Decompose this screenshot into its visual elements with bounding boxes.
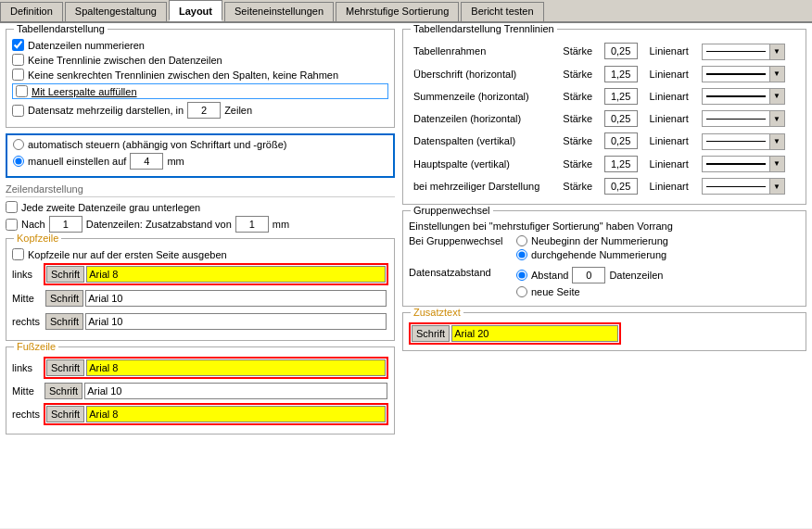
label-datenzeilen2: Datenzeilen <box>609 270 663 281</box>
zusatz-font-input[interactable] <box>451 325 618 342</box>
fuss-rechts-schrift-btn[interactable]: Schrift <box>46 406 84 422</box>
check-keine-senkrecht[interactable] <box>12 69 24 81</box>
check-leerspalte[interactable] <box>16 85 28 97</box>
dropdown-arrow-1[interactable]: ▼ <box>769 67 784 82</box>
zusatz-schrift-btn[interactable]: Schrift <box>412 325 450 342</box>
label-neubeginn: Neubeginn der Nummerierung <box>531 235 668 246</box>
fuss-links-schrift-btn[interactable]: Schrift <box>46 359 84 376</box>
fuss-links-row: links Schrift <box>12 357 388 379</box>
row-abstand: Abstand Datenzeilen <box>516 267 663 283</box>
tab-mehrstufige-sortierung[interactable]: Mehrstufige Sortierung <box>336 2 459 21</box>
staerke-label-2: Stärke <box>560 86 599 107</box>
abstand-input[interactable] <box>572 267 605 283</box>
row-nach: Nach Datenzeilen: Zusatzabstand von mm <box>6 216 395 233</box>
table-row: Summenzeile (horizontal) Stärke Linienar… <box>411 86 798 107</box>
manuell-input[interactable] <box>130 153 163 170</box>
kopf-rechts-schrift-btn[interactable]: Schrift <box>45 313 83 330</box>
kopf-mitte-schrift-btn[interactable]: Schrift <box>45 290 83 307</box>
kopf-links-schrift-btn[interactable]: Schrift <box>46 266 84 283</box>
kopf-rechts-font-input[interactable] <box>85 313 387 330</box>
check-grau[interactable] <box>6 201 18 213</box>
staerke-label-4: Stärke <box>560 131 599 152</box>
kopfzeile-title: Kopfzeile <box>14 233 61 244</box>
staerke-input-1[interactable] <box>604 66 638 82</box>
row-auto: automatisch steuern (abhängig von Schrif… <box>13 139 387 150</box>
dropdown-arrow-5[interactable]: ▼ <box>769 157 784 171</box>
linienart-select-3[interactable]: ▼ <box>702 110 785 127</box>
linienart-select-4[interactable]: ▼ <box>702 133 785 150</box>
abstand-radios: Abstand Datenzeilen neue Seite <box>516 267 663 300</box>
table-row: Tabellenrahmen Stärke Linienart ▼ <box>411 41 798 62</box>
staerke-input-2[interactable] <box>604 88 638 105</box>
label-auto: automatisch steuern (abhängig von Schrif… <box>28 139 286 150</box>
linienart-label-3: Linienart <box>647 108 697 130</box>
tab-layout[interactable]: Layout <box>169 0 222 21</box>
radio-auto[interactable] <box>13 139 24 150</box>
dropdown-arrow-6[interactable]: ▼ <box>769 179 784 194</box>
trennlinien-label-3: Datenzeilen (horizontal) <box>411 108 558 130</box>
row-nummerieren: Datenzeilen nummerieren <box>12 39 388 51</box>
trennlinien-label-4: Datenspalten (vertikal) <box>411 131 558 152</box>
dropdown-arrow-3[interactable]: ▼ <box>769 111 784 126</box>
row-mehrzeilig: Datensatz mehrzeilig darstellen, in Zeil… <box>12 102 388 119</box>
fuss-mitte-row: Mitte Schrift <box>12 382 388 400</box>
staerke-label-3: Stärke <box>560 108 599 130</box>
dropdown-arrow-0[interactable]: ▼ <box>769 44 784 59</box>
kopf-rechts-container: Schrift <box>44 311 388 332</box>
staerke-input-3[interactable] <box>604 110 638 127</box>
mehrzeilig-input[interactable] <box>187 102 221 119</box>
zusatztext-group: Zusatztext Schrift <box>402 312 806 351</box>
zusatztext-title: Zusatztext <box>411 307 463 318</box>
check-nummerieren[interactable] <box>12 39 24 51</box>
dropdown-arrow-2[interactable]: ▼ <box>769 89 784 104</box>
radio-abstand[interactable] <box>516 270 527 281</box>
datensatzabstand-group: automatisch steuern (abhängig von Schrif… <box>6 133 395 178</box>
tab-seiteneinstellungen[interactable]: Seiteneinstellungen <box>224 2 334 21</box>
dropdown-arrow-4[interactable]: ▼ <box>769 134 784 149</box>
nach-input[interactable] <box>49 216 82 233</box>
check-mehrzeilig[interactable] <box>12 105 24 117</box>
tab-bericht-testen[interactable]: Bericht testen <box>461 2 543 21</box>
radio-durchgehend[interactable] <box>516 249 527 260</box>
tab-spaltengestaltung[interactable]: Spaltengestaltung <box>65 2 167 21</box>
fuss-mitte-schrift-btn[interactable]: Schrift <box>44 383 82 399</box>
check-kopfzeile-erste[interactable] <box>12 248 24 260</box>
fuss-rechts-font-input[interactable] <box>86 406 386 422</box>
linienart-label-1: Linienart <box>647 64 697 84</box>
tab-definition[interactable]: Definition <box>0 2 63 21</box>
staerke-input-5[interactable] <box>604 156 638 172</box>
radio-neubeginn[interactable] <box>516 235 527 246</box>
linienart-select-0[interactable]: ▼ <box>702 44 785 60</box>
linienart-label-6: Linienart <box>647 176 697 197</box>
kopf-mitte-font-input[interactable] <box>85 290 387 307</box>
fuss-rechts-container: Schrift <box>44 403 388 425</box>
linienart-select-5[interactable]: ▼ <box>702 156 785 172</box>
zusatz-input[interactable] <box>235 216 269 233</box>
row-durchgehend: durchgehende Nummerierung <box>516 249 668 260</box>
fusszeile-group: Fußzeile links Schrift Mitte Schrift <box>6 346 395 435</box>
kopf-rechts-label: rechts <box>12 316 40 327</box>
fuss-links-font-input[interactable] <box>86 359 386 376</box>
linienart-select-2[interactable]: ▼ <box>702 88 785 105</box>
linienart-select-6[interactable]: ▼ <box>702 178 785 195</box>
kopf-links-container: Schrift <box>44 263 388 285</box>
linienart-label-0: Linienart <box>647 41 697 62</box>
trennlinien-label-5: Hauptspalte (vertikal) <box>411 154 558 174</box>
fuss-mitte-font-input[interactable] <box>84 383 387 399</box>
label-keine-senkrecht: Keine senkrechten Trennlinien zwischen d… <box>28 69 338 81</box>
label-grau: Jede zweite Datenzeile grau unterlegen <box>21 202 200 213</box>
radio-manuell[interactable] <box>13 156 24 167</box>
staerke-input-6[interactable] <box>604 178 638 195</box>
trennlinien-label-2: Summenzeile (horizontal) <box>411 86 558 107</box>
radio-neue-seite[interactable] <box>516 286 527 297</box>
staerke-input-0[interactable] <box>604 43 638 59</box>
table-row: Überschrift (horizontal) Stärke Linienar… <box>411 64 798 84</box>
label-zeilen: Zeilen <box>224 105 252 116</box>
check-nach[interactable] <box>6 219 18 231</box>
table-row: bei mehrzeiliger Darstellung Stärke Lini… <box>411 176 798 197</box>
staerke-input-4[interactable] <box>604 132 638 149</box>
trennlinien-title: Tabellendarstellung Trennlinien <box>411 23 557 34</box>
kopf-links-font-input[interactable] <box>86 266 386 283</box>
linienart-select-1[interactable]: ▼ <box>702 66 785 82</box>
check-keine-trennlinie[interactable] <box>12 54 24 66</box>
